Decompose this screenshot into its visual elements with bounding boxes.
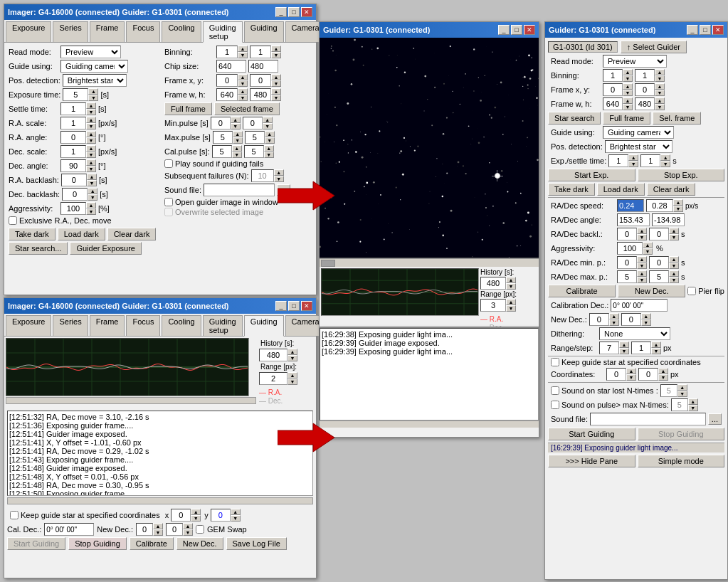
settle-down[interactable]: ▼ [86, 109, 96, 115]
raa-down[interactable]: ▼ [86, 137, 96, 144]
tab-frame[interactable]: Frame [90, 21, 125, 42]
start-guiding-btn-r[interactable]: Start Guiding [548, 428, 635, 440]
range-input-bottom[interactable] [259, 372, 287, 385]
range-down-b[interactable]: ▼ [287, 379, 297, 385]
rab-down[interactable]: ▼ [87, 180, 97, 186]
guider-log-hscroll[interactable] [320, 420, 539, 428]
calibrate-btn-bottom[interactable]: Calibrate [130, 537, 174, 550]
guide-using-select-r[interactable]: Guiding camera [603, 126, 674, 139]
new-dec-btn-r[interactable]: New Dec. [618, 285, 685, 297]
backl-v1-r[interactable] [617, 228, 637, 240]
exp-r[interactable] [608, 154, 628, 167]
hist-down-b[interactable]: ▼ [287, 355, 297, 361]
close-btn2[interactable]: ✕ [301, 301, 312, 311]
sound-pulse-input-r[interactable] [671, 398, 688, 411]
full-frame-btn[interactable]: Full frame [164, 102, 212, 115]
star-search-btn[interactable]: Star search... [9, 242, 68, 255]
backl-v2-r[interactable] [649, 228, 669, 240]
min-v1-r[interactable] [617, 256, 637, 269]
fy-r[interactable] [635, 83, 655, 96]
minimize-btn[interactable]: _ [275, 7, 287, 17]
exposure-time-input[interactable] [63, 88, 88, 101]
hist-g-up[interactable]: ▲ [506, 277, 516, 283]
fw-r[interactable] [603, 97, 623, 110]
tab-exposure[interactable]: Exposure [6, 21, 51, 42]
coord-x-input[interactable] [171, 509, 191, 522]
bin1-down[interactable]: ▼ [238, 52, 248, 58]
coord-y-r[interactable] [638, 368, 658, 381]
sound-file-input-r[interactable] [590, 413, 706, 425]
sound-file-browse-r[interactable]: ... [708, 413, 722, 425]
start-guiding-btn-bottom[interactable]: Start Guiding [7, 537, 65, 550]
new-dec-btn-bottom[interactable]: New Dec. [176, 537, 223, 550]
cx-up[interactable]: ▲ [191, 509, 201, 515]
fw-up[interactable]: ▲ [238, 88, 248, 95]
maximize-btn3[interactable]: □ [511, 25, 522, 35]
ra-angle-input[interactable] [60, 131, 86, 144]
binning-input2[interactable] [250, 46, 271, 58]
tab-series[interactable]: Series [53, 21, 88, 42]
tab-focus[interactable]: Focus [126, 21, 160, 42]
dec-backlash-input[interactable] [62, 188, 88, 201]
decs-down[interactable]: ▼ [86, 152, 96, 158]
decb-down[interactable]: ▼ [88, 194, 97, 201]
load-dark-btn-r[interactable]: Load dark [597, 183, 645, 196]
sf-up[interactable]: ▲ [274, 169, 284, 176]
read-mode-select[interactable]: Preview [60, 46, 121, 58]
cal-pulse-input1[interactable] [212, 145, 232, 158]
tab2-guiding-setup[interactable]: Guiding setup [203, 315, 243, 336]
hist-g-down[interactable]: ▼ [506, 283, 516, 290]
min-pulse-input1[interactable] [211, 117, 231, 129]
decs-up[interactable]: ▲ [86, 145, 96, 152]
fh-up[interactable]: ▲ [271, 88, 281, 95]
minimize-btn3[interactable]: _ [498, 25, 510, 35]
cx-down[interactable]: ▼ [191, 515, 201, 522]
cal-dec-input-r[interactable] [611, 299, 668, 312]
guide-using-select[interactable]: Guiding camera [60, 60, 128, 73]
sel-frame-btn-r[interactable]: Sel. frame [653, 112, 701, 125]
range-g-input[interactable] [480, 299, 506, 312]
max-pulse-input2[interactable] [245, 131, 265, 144]
ras-up[interactable]: ▲ [86, 117, 96, 123]
range-r[interactable] [599, 342, 619, 354]
settle-up[interactable]: ▲ [86, 102, 96, 109]
keep-guide-star-check-bottom[interactable] [10, 511, 19, 519]
frame-y-input[interactable] [250, 74, 271, 87]
close-btn3[interactable]: ✕ [524, 25, 535, 35]
bin2-up[interactable]: ▲ [271, 46, 281, 52]
hist-up-b[interactable]: ▲ [287, 349, 297, 355]
mxp2-down[interactable]: ▼ [265, 137, 275, 144]
pier-flip-check-r[interactable] [687, 287, 696, 295]
tab2-focus[interactable]: Focus [126, 315, 160, 336]
new-dec-input1-bottom[interactable] [136, 523, 153, 536]
overwrite-check[interactable] [164, 208, 173, 216]
fy-down[interactable]: ▼ [271, 80, 281, 87]
range-g-down[interactable]: ▼ [506, 305, 516, 312]
cp1-down[interactable]: ▼ [232, 152, 242, 158]
take-dark-btn-r[interactable]: Take dark [548, 183, 595, 196]
agg-up[interactable]: ▲ [86, 202, 96, 208]
play-sound-check[interactable] [164, 159, 173, 168]
fh-r[interactable] [635, 97, 655, 110]
rab-up[interactable]: ▲ [87, 174, 97, 180]
tab2-guiding[interactable]: Guiding [244, 315, 284, 337]
keep-guide-star-check-r[interactable] [551, 358, 559, 366]
raa-up[interactable]: ▲ [86, 131, 96, 137]
range-up-b[interactable]: ▲ [287, 372, 297, 379]
stop-exp-btn-r[interactable]: Stop Exp. [638, 169, 725, 181]
start-exp-btn-r[interactable]: Start Exp. [548, 169, 635, 181]
ra-scale-input[interactable] [60, 117, 86, 129]
max-v1-r[interactable] [617, 270, 637, 283]
close-btn[interactable]: ✕ [301, 7, 312, 17]
clear-dark-btn-r[interactable]: Clear dark [647, 183, 696, 196]
max-v2-r[interactable] [649, 270, 669, 283]
fx-r[interactable] [603, 83, 623, 96]
tab2-cooling[interactable]: Cooling [162, 315, 201, 336]
ra-speed-input-r[interactable] [617, 199, 644, 212]
step-r[interactable] [631, 342, 651, 354]
take-dark-btn[interactable]: Take dark [9, 228, 56, 240]
sound-file-input[interactable] [204, 184, 275, 196]
open-guider-check[interactable] [164, 198, 173, 206]
bin1-up[interactable]: ▲ [238, 46, 248, 52]
decb-up[interactable]: ▲ [88, 188, 97, 194]
